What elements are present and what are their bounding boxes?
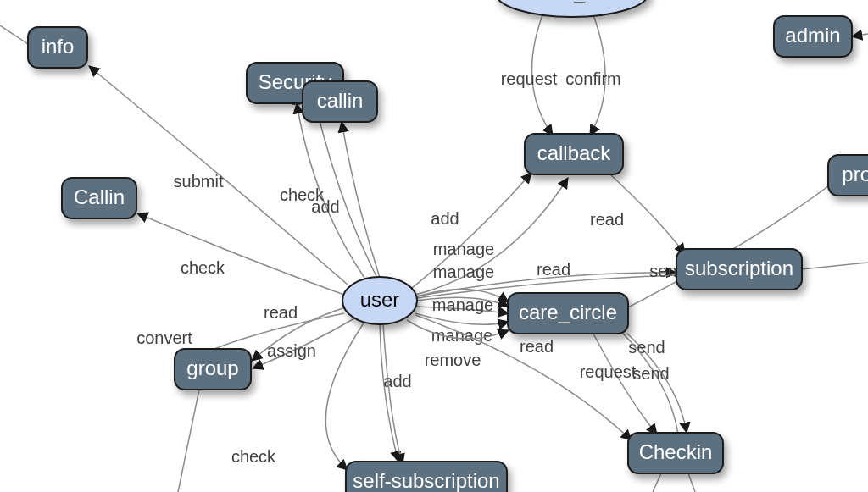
edge-label-add: add (311, 197, 339, 216)
edge-user-care_circle (415, 313, 509, 324)
edge-label-check: check (181, 258, 225, 277)
edge-label-convert: convert (136, 329, 192, 347)
edge-subscription-off_right (802, 263, 868, 269)
edge-label-send: send (628, 338, 665, 357)
node-label-group: group (186, 357, 238, 379)
node-label-prot: prot (842, 163, 868, 185)
node-callback[interactable]: callback (525, 134, 623, 174)
edge-admin-off_right (852, 34, 868, 36)
edge-label-remove: remove (425, 351, 481, 369)
node-label-selfsub: self-subscription (353, 469, 499, 492)
edge-label-request: request (580, 362, 637, 381)
node-label-care_circle: care_circle (519, 301, 617, 323)
graph-canvas: submitcheckreadconvertassigncheckcheckad… (0, 0, 868, 492)
edge-info-off_left (0, 25, 28, 44)
node-info[interactable]: info (28, 27, 87, 68)
edge-group-off_bottom (178, 390, 199, 492)
edge-label-read: read (537, 260, 570, 279)
edge-checkin-off_bottom (653, 473, 661, 492)
node-admin[interactable]: admin (774, 16, 852, 57)
node-label-admin: admin (785, 24, 840, 47)
edge-label-manage: manage (433, 240, 494, 258)
edge-user-selfsub (326, 322, 364, 470)
node-label-callin_small: callin (317, 89, 364, 112)
node-callin_small[interactable]: callin (303, 81, 377, 122)
edge-label-check: check (231, 447, 276, 466)
edge-label-submit: submit (174, 172, 224, 191)
node-label-callin_big: Callin (74, 185, 125, 208)
node-checkin[interactable]: Checkin (628, 433, 723, 473)
edge-label-send: send (632, 364, 669, 383)
node-group[interactable]: group (175, 349, 251, 390)
edge-user-security (315, 103, 377, 278)
edge-label-add: add (431, 209, 459, 228)
node-prot[interactable]: prot (828, 155, 868, 196)
edge-label-confirm: confirm (565, 69, 621, 88)
node-label-loved_one: loved_one (526, 0, 620, 3)
node-label-info: info (42, 35, 75, 58)
edge-label-manage: manage (432, 296, 493, 314)
node-selfsub[interactable]: self-subscription (346, 462, 507, 492)
node-loved_one[interactable]: loved_one (496, 0, 648, 17)
edge-label-read: read (520, 337, 554, 356)
edge-label-read: read (590, 210, 624, 229)
node-label-checkin: Checkin (639, 440, 713, 463)
node-label-user: user (360, 288, 400, 311)
edge-label-assign: assign (267, 341, 316, 360)
node-user[interactable]: user (342, 277, 417, 324)
node-callin_big[interactable]: Callin (62, 178, 136, 218)
edge-user-selfsub (383, 324, 403, 464)
node-subscription[interactable]: subscription (676, 249, 802, 290)
edge-user-callin_small (342, 122, 380, 278)
node-care_circle[interactable]: care_circle (508, 293, 628, 334)
edge-label-read: read (264, 303, 298, 322)
edge-label-request: request (501, 69, 558, 88)
node-label-subscription: subscription (685, 257, 793, 279)
node-label-callback: callback (537, 141, 612, 164)
edge-label-manage: manage (433, 263, 494, 281)
edge-checkin-off_bottom2 (688, 473, 695, 492)
